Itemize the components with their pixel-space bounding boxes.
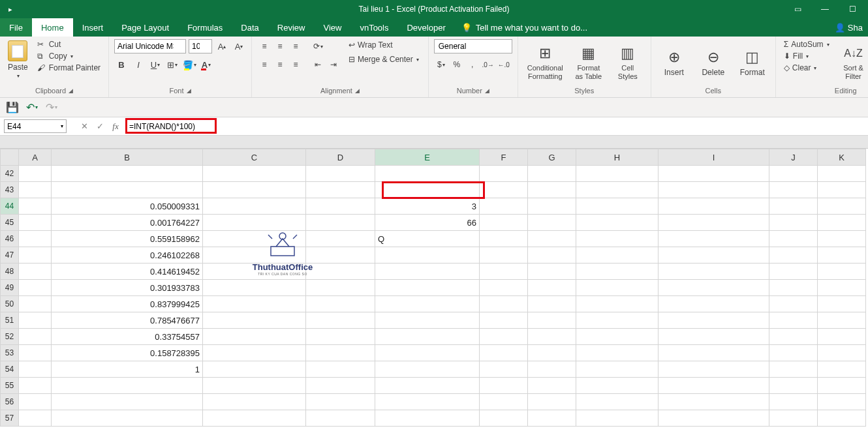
dialog-launcher-icon[interactable]: ◢ (355, 87, 360, 94)
cell-A51[interactable] (19, 312, 52, 329)
cell-E51[interactable] (375, 312, 480, 329)
cell-I45[interactable] (659, 215, 769, 231)
format-painter-button[interactable]: 🖌 Format Painter (35, 63, 103, 73)
comma-button[interactable]: , (465, 57, 480, 72)
tab-insert[interactable]: Insert (73, 18, 113, 37)
cell-E42[interactable] (375, 166, 480, 182)
cell-D56[interactable] (306, 394, 375, 410)
tab-vntools[interactable]: vnTools (350, 18, 397, 37)
cell-J46[interactable] (769, 231, 818, 247)
row-header-51[interactable]: 51 (1, 312, 19, 329)
cell-F53[interactable] (480, 345, 528, 361)
cell-I55[interactable] (659, 378, 769, 394)
cell-A44[interactable] (19, 198, 52, 215)
cell-styles-button[interactable]: ▥ Cell Styles (610, 39, 645, 85)
cell-H48[interactable] (576, 264, 659, 280)
copy-button[interactable]: ⧉ Copy ▾ (35, 51, 103, 61)
cell-A49[interactable] (19, 280, 52, 296)
cell-D48[interactable] (306, 264, 375, 280)
cell-A45[interactable] (19, 215, 52, 231)
cell-E48[interactable] (375, 264, 480, 280)
increase-font-button[interactable]: A▴ (215, 39, 229, 53)
row-header-53[interactable]: 53 (1, 345, 19, 361)
cell-I44[interactable] (659, 198, 769, 215)
cell-H51[interactable] (576, 312, 659, 329)
row-header-50[interactable]: 50 (1, 296, 19, 312)
decrease-font-button[interactable]: A▾ (232, 39, 246, 53)
cell-B44[interactable]: 0.050009331 (52, 198, 203, 215)
merge-center-button[interactable]: ⊟ Merge & Center ▾ (345, 53, 423, 65)
cell-E56[interactable] (375, 394, 480, 410)
cell-K48[interactable] (818, 264, 866, 280)
cell-D54[interactable] (306, 361, 375, 378)
minimize-button[interactable]: — (812, 0, 838, 18)
cell-D43[interactable] (306, 182, 375, 198)
cell-K57[interactable] (818, 410, 866, 427)
row-header-47[interactable]: 47 (1, 247, 19, 264)
cell-F51[interactable] (480, 312, 528, 329)
cancel-formula-button[interactable]: ✕ (77, 121, 91, 131)
align-center-button[interactable]: ≡ (273, 57, 287, 72)
name-box[interactable]: E44 ▾ (4, 119, 67, 133)
cell-C42[interactable] (203, 166, 306, 182)
cell-C47[interactable] (203, 247, 306, 264)
align-middle-button[interactable]: ≡ (273, 39, 287, 53)
dialog-launcher-icon[interactable]: ◢ (69, 87, 73, 94)
delete-cells-button[interactable]: ⊖ Delete (696, 39, 731, 85)
cell-K52[interactable] (818, 329, 866, 345)
cell-E43[interactable] (375, 182, 480, 198)
autosum-button[interactable]: Σ AutoSum ▾ (781, 39, 832, 50)
cell-G43[interactable] (528, 182, 576, 198)
cell-C46[interactable] (203, 231, 306, 247)
cell-C44[interactable] (203, 198, 306, 215)
cell-K55[interactable] (818, 378, 866, 394)
tab-page-layout[interactable]: Page Layout (112, 18, 178, 37)
tab-home[interactable]: Home (32, 18, 73, 37)
cell-H55[interactable] (576, 378, 659, 394)
cell-G42[interactable] (528, 166, 576, 182)
sort-filter-button[interactable]: A↓Z Sort & Filter (836, 39, 868, 85)
paste-button[interactable]: Paste ▾ (5, 39, 31, 85)
cell-J51[interactable] (769, 312, 818, 329)
cell-K51[interactable] (818, 312, 866, 329)
cell-C48[interactable] (203, 264, 306, 280)
wrap-text-button[interactable]: ↩ Wrap Text (345, 39, 423, 51)
bold-button[interactable]: B (114, 57, 129, 72)
cell-I42[interactable] (659, 166, 769, 182)
cell-F42[interactable] (480, 166, 528, 182)
cell-G49[interactable] (528, 280, 576, 296)
cell-D44[interactable] (306, 198, 375, 215)
cell-F46[interactable] (480, 231, 528, 247)
cell-I50[interactable] (659, 296, 769, 312)
col-header-K[interactable]: K (818, 149, 866, 166)
cell-I46[interactable] (659, 231, 769, 247)
cell-B47[interactable]: 0.246102268 (52, 247, 203, 264)
row-header-44[interactable]: 44 (1, 198, 19, 215)
cell-A57[interactable] (19, 410, 52, 427)
cell-J54[interactable] (769, 361, 818, 378)
cell-C43[interactable] (203, 182, 306, 198)
tab-file[interactable]: File (0, 18, 32, 37)
cell-A48[interactable] (19, 264, 52, 280)
tab-developer[interactable]: Developer (397, 18, 454, 37)
accounting-format-button[interactable]: $▾ (434, 57, 448, 72)
cell-H47[interactable] (576, 247, 659, 264)
cell-F43[interactable] (480, 182, 528, 198)
cell-H42[interactable] (576, 166, 659, 182)
cell-B51[interactable]: 0.785476677 (52, 312, 203, 329)
cell-D45[interactable] (306, 215, 375, 231)
cell-D49[interactable] (306, 280, 375, 296)
fill-button[interactable]: ⬇ Fill ▾ (781, 51, 832, 61)
formula-input[interactable] (125, 119, 868, 134)
cell-G57[interactable] (528, 410, 576, 427)
cell-E50[interactable] (375, 296, 480, 312)
cell-D57[interactable] (306, 410, 375, 427)
cell-F50[interactable] (480, 296, 528, 312)
fill-color-button[interactable]: 🪣▾ (182, 57, 196, 72)
col-header-J[interactable]: J (769, 149, 818, 166)
font-size-select[interactable] (189, 39, 212, 53)
cell-B52[interactable]: 0.33754557 (52, 329, 203, 345)
cell-K44[interactable] (818, 198, 866, 215)
cell-H53[interactable] (576, 345, 659, 361)
cell-K56[interactable] (818, 394, 866, 410)
